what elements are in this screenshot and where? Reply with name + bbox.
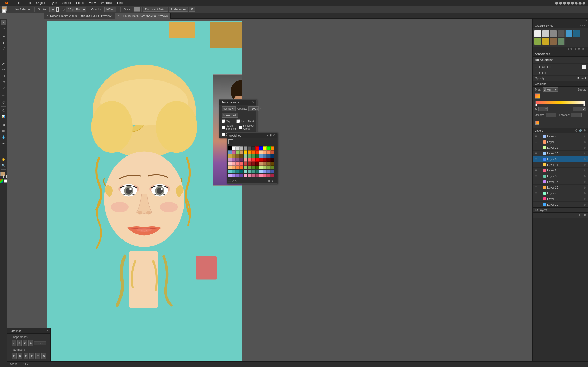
swatch-item[interactable] bbox=[228, 158, 232, 162]
menu-edit[interactable]: Edit bbox=[23, 1, 34, 5]
swatch-item[interactable] bbox=[232, 174, 236, 177]
layer-visibility-icon[interactable]: 👁 bbox=[534, 191, 538, 195]
opacity-input-transp[interactable] bbox=[248, 106, 259, 111]
intersect-button[interactable]: ⊓ bbox=[23, 340, 27, 346]
swatch-item[interactable] bbox=[267, 170, 271, 173]
swatch-item[interactable] bbox=[259, 174, 263, 177]
swatch-item[interactable] bbox=[240, 162, 243, 166]
rotate-tool[interactable]: ↻ bbox=[1, 79, 6, 85]
gradient-bar[interactable] bbox=[535, 101, 585, 104]
eraser-tool[interactable]: ◻ bbox=[1, 73, 6, 79]
gradient-type-select[interactable]: Linear bbox=[543, 87, 558, 92]
layer-row[interactable]: 👁 Layer 5 ▷ bbox=[533, 173, 588, 179]
transparency-close[interactable]: ✕ bbox=[252, 101, 254, 104]
style-preview[interactable] bbox=[134, 7, 140, 12]
tab-close-1[interactable]: ✕ bbox=[47, 14, 49, 17]
layer-row[interactable]: 👁 Layer 1 ▷ bbox=[533, 139, 588, 145]
make-mask-button[interactable]: Make Mask bbox=[222, 113, 238, 118]
layers-expand[interactable]: ⬡ bbox=[575, 129, 578, 132]
swatch-item[interactable] bbox=[240, 174, 243, 177]
swatch-item[interactable] bbox=[236, 158, 240, 162]
layer-expand-icon[interactable]: ▷ bbox=[584, 135, 586, 138]
swatch-item[interactable] bbox=[255, 170, 259, 173]
gs-expand[interactable]: >> bbox=[579, 24, 583, 27]
swatches-panel-header[interactable]: swatches ≡ ⊞ ✕ bbox=[227, 133, 277, 138]
swatch-item[interactable] bbox=[255, 154, 259, 158]
swatch-item[interactable] bbox=[271, 174, 274, 177]
swatch-item[interactable] bbox=[244, 174, 247, 177]
gradient-stop-right[interactable] bbox=[583, 104, 585, 106]
swatch-item[interactable] bbox=[244, 146, 247, 150]
outline-button[interactable]: ⊞ bbox=[35, 353, 40, 359]
extra-options-button[interactable]: ⚙ bbox=[189, 7, 195, 12]
swatch-item[interactable] bbox=[240, 166, 243, 169]
layers-header[interactable]: Layers ⬡ 🔗 ⚙ bbox=[533, 128, 588, 133]
create-layer-button[interactable]: + bbox=[581, 214, 583, 217]
expand-icon[interactable]: >> bbox=[584, 19, 587, 22]
menu-window[interactable]: Window bbox=[98, 1, 114, 5]
swatch-item[interactable] bbox=[248, 166, 251, 169]
swatch-item[interactable] bbox=[228, 162, 232, 166]
layer-expand-icon[interactable]: ▷ bbox=[584, 197, 586, 200]
layer-row[interactable]: 👁 Layer 6 ▷ bbox=[533, 156, 588, 162]
swatch-item[interactable] bbox=[251, 174, 255, 177]
delete-layer-button[interactable]: 🗑 bbox=[584, 214, 586, 217]
settings-icon[interactable]: ⚙ bbox=[574, 48, 576, 50]
trash-icon[interactable]: 🗑 bbox=[578, 48, 581, 50]
layer-row[interactable]: 👁 Layer 12 ▷ bbox=[533, 196, 588, 202]
layer-expand-icon[interactable]: ▷ bbox=[584, 146, 586, 149]
layer-visibility-icon[interactable]: 👁 bbox=[534, 163, 538, 167]
type-tool[interactable]: T bbox=[1, 40, 6, 46]
stroke-select[interactable]: C bbox=[49, 7, 55, 12]
layer-visibility-icon[interactable]: 👁 bbox=[534, 146, 538, 149]
appearance-icon[interactable]: ⬡ bbox=[567, 48, 569, 50]
swatch-item[interactable] bbox=[228, 170, 232, 173]
swatches-grid-view[interactable]: ⊞ bbox=[269, 134, 272, 137]
add-icon[interactable]: + bbox=[585, 48, 587, 50]
tab-desert-empire[interactable]: ✕ Desert Empire 2.ai @ 100% (RGB/GPU Pre… bbox=[44, 13, 115, 19]
swatch-item[interactable] bbox=[244, 150, 247, 154]
swatch-item[interactable] bbox=[232, 158, 236, 162]
swatch-item[interactable] bbox=[263, 174, 267, 177]
swatch-item[interactable] bbox=[267, 154, 271, 158]
layer-expand-icon[interactable]: ▷ bbox=[584, 175, 586, 177]
swatch-item[interactable] bbox=[228, 166, 232, 169]
swatch-item[interactable] bbox=[228, 150, 232, 154]
swatch-menu-button[interactable]: ≡ bbox=[274, 179, 276, 183]
gradient-thumbnail[interactable] bbox=[535, 93, 540, 99]
swatch-item[interactable] bbox=[251, 158, 255, 162]
crop-button[interactable]: ⊟ bbox=[29, 353, 34, 359]
swatch-item[interactable] bbox=[259, 166, 263, 169]
layer-row[interactable]: 👁 Layer 8 ▷ bbox=[533, 168, 588, 173]
gradient-opacity-input[interactable] bbox=[546, 113, 556, 117]
swatch-item[interactable] bbox=[271, 162, 274, 166]
swatch-item[interactable] bbox=[271, 166, 274, 169]
swatch-item[interactable] bbox=[255, 158, 259, 162]
swatch-item[interactable] bbox=[267, 166, 271, 169]
swatch-item[interactable] bbox=[244, 154, 247, 158]
swatch-item[interactable] bbox=[232, 166, 236, 169]
swatch-item[interactable] bbox=[236, 150, 240, 154]
free-transform-tool[interactable]: ⬡ bbox=[1, 100, 6, 105]
layer-row[interactable]: 👁 Layer 10 ▷ bbox=[533, 185, 588, 190]
stroke-width-select[interactable]: 15 pt. Ro... bbox=[66, 7, 86, 12]
tab-11ai[interactable]: ✕ 11.ai @ 100% (CMYK/GPU Preview) bbox=[115, 13, 171, 19]
swatch-item[interactable] bbox=[259, 170, 263, 173]
swatch-item[interactable] bbox=[228, 154, 232, 158]
appearance-header[interactable]: Appearance bbox=[533, 51, 588, 57]
swatch-item[interactable] bbox=[263, 158, 267, 162]
fill-stroke-selector[interactable] bbox=[0, 172, 7, 178]
swatch-selected-preview[interactable] bbox=[228, 139, 233, 144]
swatch-next-button[interactable]: ▷ bbox=[235, 179, 237, 183]
mesh-tool[interactable]: ⊞ bbox=[1, 122, 6, 128]
swatch-item[interactable] bbox=[255, 146, 259, 150]
swatch-item[interactable] bbox=[236, 162, 240, 166]
swatch-item[interactable] bbox=[244, 166, 247, 169]
paintbrush-tool[interactable]: 🖌 bbox=[1, 61, 6, 66]
swatch-item[interactable] bbox=[255, 166, 259, 169]
swatch-item[interactable] bbox=[263, 154, 267, 158]
menu-help[interactable]: Help bbox=[114, 1, 126, 5]
color-mode-button[interactable] bbox=[0, 179, 3, 183]
swatch-item[interactable] bbox=[232, 170, 236, 173]
layer-expand-icon[interactable]: ▷ bbox=[584, 180, 586, 183]
